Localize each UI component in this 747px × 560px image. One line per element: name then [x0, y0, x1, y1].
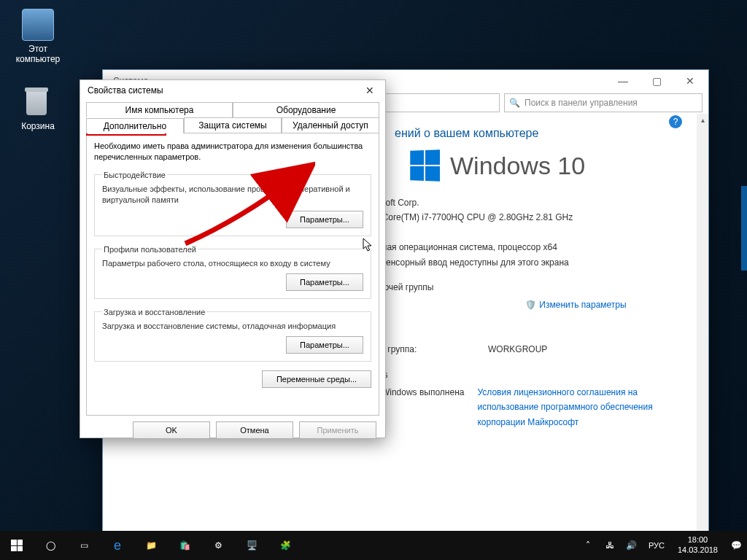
- workgroup-value: WORKGROUP: [488, 342, 547, 357]
- help-icon[interactable]: ?: [669, 115, 682, 128]
- start-button[interactable]: [0, 531, 34, 560]
- startup-recovery-desc: Загрузка и восстановление системы, отлад…: [102, 321, 363, 332]
- tab-strip: Имя компьютера Оборудование Дополнительн…: [86, 102, 379, 133]
- task-view-button[interactable]: ▭: [67, 531, 101, 560]
- taskbar-app-generic-3[interactable]: 🧩: [268, 531, 302, 560]
- desktop[interactable]: Этот компьютер Корзина Система — ▢ ✕ ← →…: [0, 0, 747, 560]
- dialog-system-properties: Свойства системы ✕ Имя компьютера Оборуд…: [80, 79, 386, 438]
- windows10-logo: Windows 10: [409, 150, 694, 181]
- license-terms-link[interactable]: Условия лицензионного соглашения на испо…: [477, 385, 694, 429]
- windows-logo-icon: [11, 540, 23, 551]
- performance-desc: Визуальные эффекты, использование процес…: [102, 184, 363, 206]
- clock-date: 14.03.2018: [678, 545, 718, 556]
- dialog-title: Свойства системы: [88, 85, 163, 96]
- taskbar-app-generic-1[interactable]: ⚙: [201, 531, 235, 560]
- user-profiles-group: Профили пользователей Параметры рабочего…: [94, 245, 371, 299]
- system-tray: ˄ 🖧 🔊 РУС 18:00 14.03.2018 💬: [577, 531, 747, 560]
- tab-system-protection[interactable]: Защита системы: [184, 117, 282, 133]
- full-computer-name-value: er-PC: [351, 313, 694, 327]
- tray-volume-icon[interactable]: 🔊: [621, 531, 643, 560]
- user-profiles-desc: Параметры рабочего стола, относящиеся ко…: [102, 258, 363, 269]
- shield-icon: 🛡️: [525, 298, 536, 312]
- right-accent-bar: [741, 186, 747, 271]
- scroll-up-button[interactable]: ▴: [697, 114, 708, 125]
- system-info-rows: © Microsoft Corp. Intel(R) Core(TM) i7-7…: [351, 195, 694, 429]
- environment-variables-button[interactable]: Переменные среды...: [262, 370, 371, 388]
- vertical-scrollbar[interactable]: ▴: [697, 114, 708, 537]
- change-settings-link[interactable]: 🛡️ Изменить параметры: [525, 298, 626, 312]
- ok-button[interactable]: OK: [133, 421, 210, 439]
- taskbar-app-generic-2[interactable]: 🖥️: [235, 531, 268, 560]
- startup-recovery-settings-button[interactable]: Параметры...: [286, 336, 363, 354]
- tray-language-indicator[interactable]: РУС: [643, 531, 670, 560]
- performance-legend: Быстродействие: [102, 171, 167, 179]
- tab-remote[interactable]: Удаленный доступ: [282, 117, 379, 133]
- dialog-close-button[interactable]: ✕: [357, 82, 382, 99]
- processor-value: Intel(R) Core(TM) i7-7700HQ CPU @ 2.80GH…: [351, 210, 694, 225]
- tab-hardware[interactable]: Оборудование: [233, 102, 379, 117]
- tray-network-icon[interactable]: 🖧: [599, 531, 621, 560]
- tray-overflow-button[interactable]: ˄: [577, 531, 599, 560]
- windows-logo-icon: [410, 149, 440, 181]
- ram-value: 8 ГБ: [351, 225, 694, 240]
- desktop-icon-this-pc[interactable]: Этот компьютер: [10, 9, 66, 64]
- taskbar[interactable]: ◯ ▭ e 📁 🛍️ ⚙ 🖥️ 🧩 ˄ 🖧 🔊 РУС 18:00 14.03.…: [0, 531, 747, 560]
- search-placeholder: Поиск в панели управления: [525, 98, 638, 108]
- performance-settings-button[interactable]: Параметры...: [286, 211, 363, 228]
- taskbar-app-explorer[interactable]: 📁: [134, 531, 168, 560]
- admin-rights-notice: Необходимо иметь права администратора дл…: [94, 141, 371, 163]
- action-center-button[interactable]: 💬: [725, 531, 747, 560]
- taskbar-search-button[interactable]: ◯: [34, 531, 67, 560]
- taskbar-app-store[interactable]: 🛍️: [168, 531, 201, 560]
- taskbar-clock[interactable]: 18:00 14.03.2018: [670, 535, 725, 556]
- cancel-button[interactable]: Отмена: [216, 421, 293, 439]
- minimize-button[interactable]: —: [606, 70, 640, 92]
- dialog-body: Необходимо иметь права администратора дл…: [86, 133, 379, 416]
- startup-recovery-group: Загрузка и восстановление Загрузка и вос…: [94, 308, 371, 362]
- clock-time: 18:00: [678, 535, 718, 545]
- startup-recovery-legend: Загрузка и восстановление: [102, 308, 206, 316]
- desktop-icon-label: Этот компьютер: [10, 44, 66, 64]
- search-icon: 🔍: [509, 98, 520, 108]
- pc-icon: [22, 9, 54, 41]
- close-button[interactable]: ✕: [673, 70, 707, 92]
- taskbar-app-edge[interactable]: e: [101, 531, 134, 560]
- dialog-button-bar: OK Отмена Применить: [80, 421, 385, 446]
- maximize-button[interactable]: ▢: [640, 70, 673, 92]
- system-type-value: -разрядная операционная система, процесс…: [351, 240, 694, 254]
- windows10-wordmark: Windows 10: [450, 152, 585, 180]
- search-input[interactable]: 🔍 Поиск в панели управления: [504, 93, 703, 112]
- recycle-bin-icon: [22, 86, 54, 118]
- pen-touch-value: Перо и сенсорный ввод недоступны для это…: [351, 255, 694, 270]
- apply-button[interactable]: Применить: [299, 421, 376, 439]
- dialog-titlebar[interactable]: Свойства системы ✕: [80, 80, 385, 101]
- tab-computer-name[interactable]: Имя компьютера: [86, 102, 233, 117]
- user-profiles-settings-button[interactable]: Параметры...: [286, 273, 363, 291]
- tab-advanced[interactable]: Дополнительно: [86, 118, 184, 133]
- desktop-icon-recycle-bin[interactable]: Корзина: [10, 86, 66, 131]
- copyright-text: © Microsoft Corp.: [351, 195, 694, 210]
- performance-group: Быстродействие Визуальные эффекты, испол…: [94, 171, 371, 236]
- desktop-icon-label: Корзина: [10, 121, 66, 131]
- page-title: ений о вашем компьютере: [395, 127, 694, 140]
- user-profiles-legend: Профили пользователей: [102, 245, 198, 254]
